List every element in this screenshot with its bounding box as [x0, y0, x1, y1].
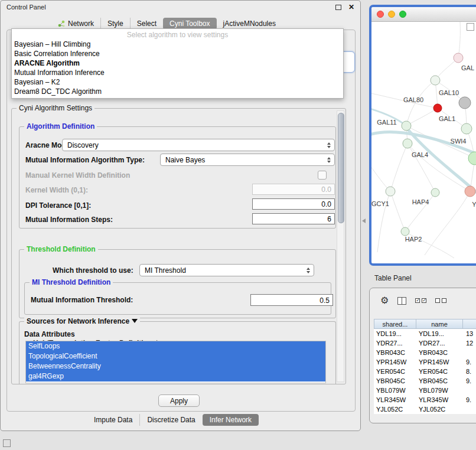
dock-panel-icon[interactable]: [3, 439, 11, 447]
network-node[interactable]: [461, 123, 472, 134]
tab-impute-data[interactable]: Impute Data: [87, 414, 139, 426]
dropdown-item[interactable]: Dream8 DC_TDC Algorithm: [12, 87, 343, 96]
data-attributes-list[interactable]: SelfLoops TopologicalCoefficient Between…: [25, 341, 326, 383]
close-window-icon[interactable]: ✕: [348, 4, 354, 11]
network-node[interactable]: [401, 227, 409, 236]
network-node[interactable]: [402, 121, 411, 131]
network-node[interactable]: [386, 187, 395, 196]
cell: YJL052C: [374, 405, 416, 414]
table-row[interactable]: YER054C YER054C 8.: [374, 367, 476, 376]
tab-jactivemnodules[interactable]: jActiveMNodules: [217, 18, 282, 30]
column-header[interactable]: name: [416, 319, 463, 329]
network-node[interactable]: [433, 104, 442, 112]
apply-button[interactable]: Apply: [158, 394, 200, 407]
panel-divider-arrow[interactable]: [362, 219, 366, 223]
cell: YJL052C: [416, 405, 464, 414]
tab-label: Select: [137, 19, 157, 28]
list-item[interactable]: SelfLoops: [26, 341, 325, 351]
cell: YBR045C: [416, 376, 464, 386]
list-item[interactable]: BetweennessCentrality: [26, 361, 325, 371]
cell: YBL079W: [374, 386, 416, 395]
column-header[interactable]: shared...: [374, 319, 416, 329]
tab-network[interactable]: Network: [51, 18, 100, 30]
table-row[interactable]: YLR345W YLR345W 9.: [374, 395, 476, 405]
mi-threshold-field[interactable]: 0.5: [250, 294, 333, 306]
network-node[interactable]: [431, 76, 440, 85]
aracne-mode-combobox[interactable]: Discovery: [62, 139, 335, 151]
tab-label: Network: [68, 19, 94, 28]
settings-scrollbar[interactable]: [337, 110, 344, 382]
control-panel-titlebar: Control Panel ✕: [1, 1, 360, 14]
combo-arrows-icon: [307, 268, 310, 273]
network-corner-widget: [467, 23, 474, 31]
tab-select[interactable]: Select: [130, 18, 163, 30]
list-item[interactable]: gal4RGexp: [26, 371, 325, 381]
cell: 12: [464, 338, 476, 348]
mi-steps-field[interactable]: 6: [252, 213, 335, 224]
network-node[interactable]: [459, 97, 471, 109]
column-header[interactable]: [462, 319, 476, 329]
mi-algorithm-type-label: Mutual Information Algorithm Type:: [25, 156, 145, 164]
dropdown-item[interactable]: Bayesian – Hill Climbing: [12, 40, 343, 49]
which-threshold-label: Which threshold to use:: [53, 266, 133, 275]
cell: 9.: [464, 357, 476, 367]
kernel-width-field: 0.0: [252, 184, 335, 195]
dropdown-item[interactable]: Bayesian – K2: [12, 77, 343, 87]
table-row[interactable]: YDL19... YDL19... 13: [374, 329, 476, 338]
dropdown-item[interactable]: Basic Correlation Inference: [12, 49, 343, 58]
float-window-icon[interactable]: [335, 5, 341, 10]
network-node[interactable]: [454, 53, 463, 63]
table-row[interactable]: YBR043C YBR043C: [374, 348, 476, 357]
network-graph: GAL80 GAL10 GAL11 GAL1 SWI4 GAL4 GCY1 HA…: [371, 22, 476, 264]
network-node-label: HAP2: [405, 236, 422, 243]
network-node[interactable]: [465, 186, 475, 197]
table-row[interactable]: YPR145W YPR145W 9.: [374, 357, 476, 367]
algorithm-definition-group: Algorithm Definition Aracne Mode: Discov…: [19, 126, 336, 229]
minimize-button[interactable]: [388, 11, 395, 18]
dropdown-item[interactable]: Mutual Information Inference: [12, 68, 343, 77]
table-row[interactable]: YBL079W YBL079W: [374, 386, 476, 395]
mi-algorithm-type-combobox[interactable]: Naive Bayes: [160, 154, 335, 166]
cell: YBR043C: [374, 348, 416, 357]
network-node[interactable]: [468, 152, 476, 165]
window-title: Control Panel: [6, 4, 46, 11]
tab-infer-network[interactable]: Infer Network: [203, 414, 259, 426]
table-row[interactable]: YDR27... YDR27... 12: [374, 338, 476, 348]
gear-icon[interactable]: ⚙: [380, 296, 389, 305]
dpi-tolerance-field[interactable]: 0.0: [252, 198, 335, 210]
manual-kernel-checkbox[interactable]: [318, 171, 327, 180]
node-table: shared... name YDL19... YDL19... 13 YDR2…: [374, 319, 476, 414]
collapse-arrow-icon[interactable]: [132, 319, 138, 323]
network-node[interactable]: [431, 188, 439, 197]
cell: YDL19...: [416, 329, 464, 338]
cell: [464, 405, 476, 414]
cell: [464, 386, 476, 395]
network-node-label: GAL80: [403, 96, 423, 103]
table-row[interactable]: YBR045C YBR045C 9.: [374, 376, 476, 386]
table-row[interactable]: YJL052C YJL052C: [374, 405, 476, 414]
algorithm-dropdown-popup: Select algorithm to view settings Bayesi…: [11, 28, 344, 99]
which-threshold-combobox[interactable]: MI Threshold: [139, 264, 314, 276]
dropdown-item-highlighted[interactable]: ARACNE Algorithm: [12, 58, 343, 68]
zoom-button[interactable]: [399, 11, 406, 18]
network-node[interactable]: [403, 139, 412, 148]
unchecked-box-icon: [435, 298, 440, 303]
network-node-label: Y: [472, 201, 476, 208]
close-button[interactable]: [377, 11, 384, 18]
cell: YDR27...: [374, 338, 416, 348]
list-item[interactable]: TopologicalCoefficient: [26, 351, 325, 361]
select-all-icon[interactable]: [415, 298, 426, 303]
deselect-all-icon[interactable]: [435, 298, 446, 303]
bottom-tabs: Impute Data Discretize Data Infer Networ…: [87, 413, 259, 426]
sources-title: Sources for Network Inference: [27, 317, 129, 325]
network-canvas[interactable]: GAL80 GAL10 GAL11 GAL1 SWI4 GAL4 GCY1 HA…: [371, 22, 476, 263]
network-icon: [58, 20, 65, 27]
tab-cyni-toolbox[interactable]: Cyni Toolbox: [163, 18, 216, 30]
tab-discretize-data[interactable]: Discretize Data: [139, 414, 202, 426]
scrollbar-thumb[interactable]: [338, 113, 344, 223]
group-title: Cyni Algorithm Settings: [17, 104, 94, 112]
columns-icon[interactable]: [397, 297, 406, 305]
network-node-label: GAL: [461, 64, 474, 71]
group-title: Sources for Network Inference: [24, 317, 140, 325]
tab-style[interactable]: Style: [100, 18, 130, 30]
